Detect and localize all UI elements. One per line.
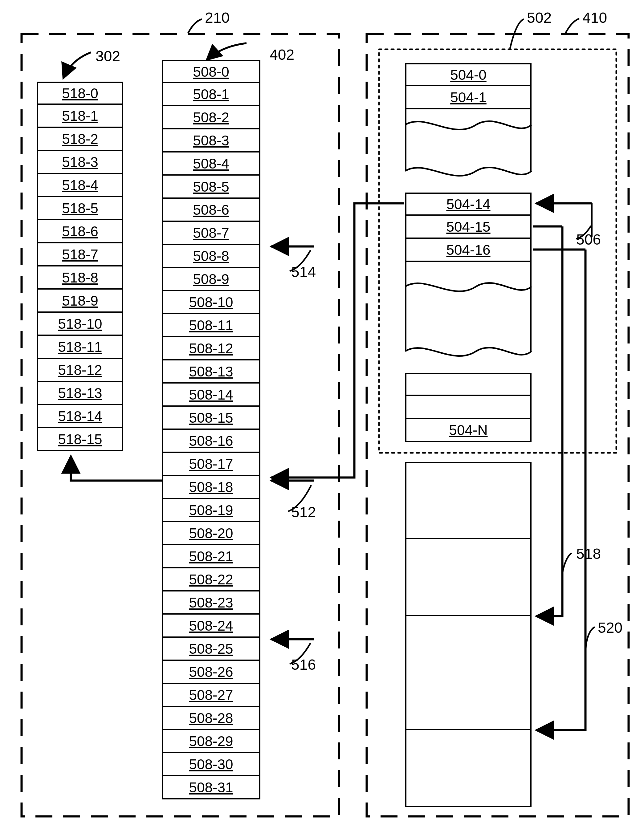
label-512: 512 [291, 504, 316, 521]
cell-508-12: 508-12 [162, 337, 260, 361]
label-502: 502 [527, 9, 552, 26]
label-410: 410 [582, 9, 607, 26]
cell-508-2: 508-2 [162, 106, 260, 129]
cell-508-31: 508-31 [162, 776, 260, 799]
cell-508-1: 508-1 [162, 83, 260, 106]
blank-box-1 [405, 462, 532, 539]
cell-518-4: 518-4 [37, 174, 123, 197]
cell-504-top-0: 504-0 [405, 63, 532, 86]
cell-518-1: 518-1 [37, 105, 123, 128]
gap-504-b [405, 262, 532, 351]
cell-518-12: 518-12 [37, 359, 123, 382]
cell-508-24: 508-24 [162, 615, 260, 638]
cell-508-21: 508-21 [162, 545, 260, 568]
cell-508-5: 508-5 [162, 176, 260, 199]
cell-508-14: 508-14 [162, 383, 260, 407]
cell-518-13: 518-13 [37, 382, 123, 405]
cell-518-7: 518-7 [37, 243, 123, 266]
cell-518-2: 518-2 [37, 128, 123, 151]
cell-504-N: 504-N [405, 419, 532, 442]
cell-508-10: 508-10 [162, 291, 260, 314]
cell-508-29: 508-29 [162, 730, 260, 753]
cell-508-7: 508-7 [162, 222, 260, 245]
cell-508-6: 508-6 [162, 199, 260, 222]
cell-518-5: 518-5 [37, 197, 123, 220]
label-402: 402 [270, 46, 294, 63]
cell-508-0: 508-0 [162, 60, 260, 83]
label-516: 516 [291, 656, 316, 673]
cell-518-6: 518-6 [37, 220, 123, 243]
cell-518-9: 518-9 [37, 290, 123, 313]
cell-508-18: 508-18 [162, 476, 260, 499]
label-210: 210 [205, 9, 230, 26]
cell-518-15: 518-15 [37, 428, 123, 451]
cell-508-3: 508-3 [162, 129, 260, 153]
cell-504-blank-a [405, 373, 532, 396]
cell-508-20: 508-20 [162, 522, 260, 545]
blank-box-2 [405, 539, 532, 616]
cell-518-14: 518-14 [37, 405, 123, 428]
cell-508-23: 508-23 [162, 591, 260, 615]
cell-508-8: 508-8 [162, 245, 260, 268]
cell-518-3: 518-3 [37, 151, 123, 174]
cell-508-27: 508-27 [162, 684, 260, 707]
stack-504-mid: 504-14504-15504-16 [405, 192, 532, 262]
cell-508-22: 508-22 [162, 568, 260, 591]
label-302: 302 [96, 48, 120, 65]
stack-508: 508-0508-1508-2508-3508-4508-5508-6508-7… [162, 60, 260, 799]
cell-518-10: 518-10 [37, 313, 123, 336]
cell-508-26: 508-26 [162, 661, 260, 684]
cell-504-top-1: 504-1 [405, 86, 532, 109]
cell-508-17: 508-17 [162, 453, 260, 476]
stack-520-blanks [405, 462, 532, 807]
cell-518-0: 518-0 [37, 82, 123, 105]
cell-508-9: 508-9 [162, 268, 260, 291]
cell-518-11: 518-11 [37, 336, 123, 359]
label-520: 520 [598, 619, 622, 636]
blank-box-3 [405, 616, 532, 730]
blank-box-4 [405, 730, 532, 807]
stack-504-bot: 504-N [405, 373, 532, 442]
cell-508-4: 508-4 [162, 153, 260, 176]
cell-508-30: 508-30 [162, 753, 260, 776]
cell-508-13: 508-13 [162, 361, 260, 383]
cell-508-11: 508-11 [162, 314, 260, 337]
stack-518: 518-0518-1518-2518-3518-4518-5518-6518-7… [37, 82, 123, 451]
label-514: 514 [291, 263, 316, 281]
cell-504-mid-2: 504-16 [405, 239, 532, 262]
cell-504-mid-1: 504-15 [405, 216, 532, 239]
cell-518-8: 518-8 [37, 266, 123, 290]
cell-504-blank-b [405, 396, 532, 419]
cell-504-mid-0: 504-14 [405, 192, 532, 216]
cell-508-15: 508-15 [162, 407, 260, 430]
label-506: 506 [576, 231, 601, 248]
label-518: 518 [576, 545, 601, 562]
cell-508-16: 508-16 [162, 430, 260, 453]
cell-508-19: 508-19 [162, 499, 260, 522]
stack-504-top: 504-0504-1 [405, 63, 532, 109]
gap-504-a [405, 109, 532, 171]
cell-508-28: 508-28 [162, 707, 260, 730]
cell-508-25: 508-25 [162, 638, 260, 661]
